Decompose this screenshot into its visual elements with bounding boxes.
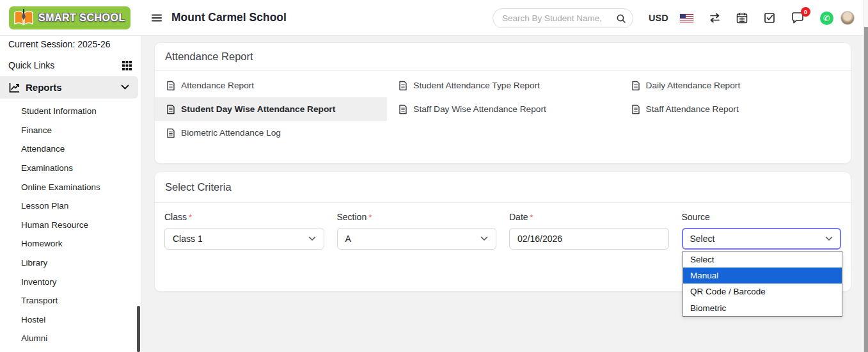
source-option-select[interactable]: Select [683, 252, 842, 268]
chevron-down-icon [825, 236, 833, 241]
sidebar-item-library[interactable]: Library [0, 253, 138, 273]
source-select[interactable]: Select [682, 228, 842, 250]
class-label: Class* [164, 212, 324, 222]
class-field: Class* Class 1 [164, 212, 324, 250]
link-biometric-attendance-log[interactable]: Biometric Attendance Log [155, 121, 387, 145]
quick-links-label: Quick Links [8, 60, 54, 70]
reports-label: Reports [26, 82, 121, 93]
task-check-icon [764, 12, 775, 24]
window-scrollbar-thumb[interactable] [864, 27, 868, 352]
section-label: Section* [337, 212, 497, 222]
sidebar: Current Session: 2025-26 Quick Links Rep… [0, 36, 141, 352]
source-label: Source [682, 212, 842, 222]
sidebar-item-student-information[interactable]: Student Information [0, 102, 138, 121]
sidebar-item-alumni[interactable]: Alumni [0, 329, 138, 348]
sidebar-item-lesson-plan[interactable]: Lesson Plan [0, 196, 138, 216]
sidebar-item-online-examinations[interactable]: Online Examinations [0, 177, 138, 196]
smart-school-logo[interactable]: SMART SCHOOL [9, 6, 130, 29]
source-value: Select [690, 234, 826, 244]
section-select[interactable]: A [337, 228, 497, 250]
main-content: Attendance Report Attendance Report Stud… [141, 36, 868, 352]
document-icon [166, 128, 175, 138]
link-label: Daily Attendance Report [646, 81, 741, 90]
sidebar-item-inventory[interactable]: Inventory [0, 272, 138, 291]
chevron-down-icon [121, 84, 129, 90]
sidebar-item-homework[interactable]: Homework [0, 234, 138, 253]
link-daily-attendance-report[interactable]: Daily Attendance Report [620, 74, 852, 97]
whatsapp-icon: ✆ [820, 12, 833, 25]
calendar-button[interactable] [736, 0, 748, 36]
card-title: Select Criteria [165, 181, 232, 193]
sidebar-item-transport[interactable]: Transport [0, 291, 138, 310]
attendance-report-card: Attendance Report Attendance Report Stud… [154, 42, 851, 164]
link-student-day-wise-attendance-report[interactable]: Student Day Wise Attendance Report [155, 97, 387, 121]
card-header: Select Criteria [155, 172, 851, 203]
link-label: Staff Attendance Report [646, 104, 739, 114]
chart-line-icon [9, 83, 20, 93]
document-icon [166, 104, 175, 115]
hamburger-menu-icon[interactable] [150, 11, 164, 25]
sidebar-item-reports[interactable]: Reports [0, 76, 138, 99]
class-select[interactable]: Class 1 [164, 228, 324, 250]
search-input[interactable] [502, 13, 616, 23]
sidebar-item-hostel[interactable]: Hostel [0, 310, 138, 330]
document-icon [631, 104, 640, 115]
link-label: Student Day Wise Attendance Report [181, 104, 335, 114]
us-flag-icon [680, 14, 693, 22]
sidebar-item-attendance[interactable]: Attendance [0, 140, 138, 159]
document-icon [631, 81, 640, 91]
window-scrollbar[interactable] [864, 0, 868, 352]
chevron-down-icon [480, 236, 488, 241]
messages-button[interactable]: 0 [791, 0, 804, 36]
link-staff-attendance-report[interactable]: Staff Attendance Report [620, 97, 852, 121]
section-value: A [345, 234, 481, 244]
document-icon [398, 81, 407, 91]
current-session-label: Current Session: 2025-26 [8, 39, 111, 49]
search-icon[interactable] [616, 13, 626, 24]
sidebar-item-finance[interactable]: Finance [0, 121, 138, 140]
report-links-grid: Attendance Report Student Attendance Typ… [155, 71, 851, 145]
link-attendance-report[interactable]: Attendance Report [155, 74, 387, 97]
swap-arrows-icon [709, 13, 721, 23]
link-label: Attendance Report [181, 81, 254, 90]
required-asterisk: * [530, 212, 533, 222]
quick-links-button[interactable]: Quick Links [8, 58, 132, 72]
source-option-manual[interactable]: Manual [683, 268, 842, 284]
grid-icon [122, 61, 132, 70]
page-title: Mount Carmel School [171, 11, 287, 24]
app-window: SMART SCHOOL Mount Carmel School USD [0, 0, 868, 352]
avatar [840, 11, 855, 25]
source-option-biometric[interactable]: Biometric [683, 300, 842, 316]
document-icon [166, 81, 175, 91]
criteria-fields: Class* Class 1 Section* A Date* [155, 203, 851, 250]
required-asterisk: * [189, 212, 192, 222]
card-header: Attendance Report [155, 43, 851, 71]
date-input[interactable]: 02/16/2026 [509, 228, 669, 250]
currency-selector[interactable]: USD [649, 0, 668, 36]
student-search-box[interactable] [493, 8, 633, 28]
user-menu[interactable] [840, 0, 855, 36]
book-pen-icon [13, 8, 35, 28]
link-label: Student Attendance Type Report [413, 81, 540, 90]
sidebar-item-human-resource[interactable]: Human Resource [0, 216, 138, 235]
top-header: SMART SCHOOL Mount Carmel School USD [0, 0, 868, 36]
chat-count-badge: 0 [801, 7, 810, 17]
card-title: Attendance Report [165, 51, 253, 63]
date-value: 02/16/2026 [517, 234, 661, 244]
link-label: Staff Day Wise Attendance Report [413, 104, 546, 114]
sidebar-scrollbar-thumb[interactable] [137, 306, 140, 352]
link-staff-day-wise-attendance-report[interactable]: Staff Day Wise Attendance Report [387, 97, 619, 121]
class-value: Class 1 [173, 234, 308, 244]
source-field: Source Select [682, 212, 842, 250]
language-flag-button[interactable] [680, 0, 693, 36]
todo-button[interactable] [764, 0, 775, 36]
switch-button[interactable] [709, 0, 721, 36]
logo-text: SMART SCHOOL [38, 12, 125, 24]
whatsapp-button[interactable]: ✆ [820, 0, 833, 36]
sidebar-item-examinations[interactable]: Examinations [0, 159, 138, 178]
link-student-attendance-type-report[interactable]: Student Attendance Type Report [387, 74, 619, 97]
source-option-qr-code-barcode[interactable]: QR Code / Barcode [683, 284, 842, 300]
section-field: Section* A [337, 212, 497, 250]
source-dropdown-list: Select Manual QR Code / Barcode Biometri… [683, 251, 842, 317]
link-label: Biometric Attendance Log [181, 128, 281, 138]
